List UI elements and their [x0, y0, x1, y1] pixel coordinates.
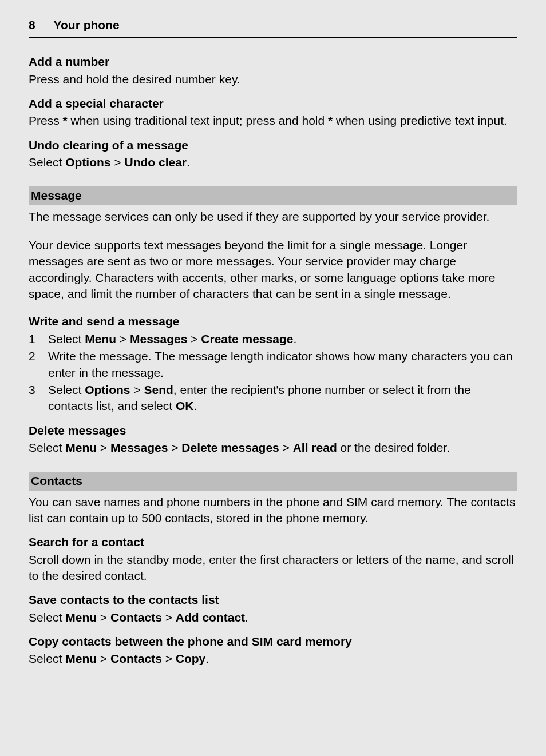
- manual-page: 8 Your phone Add a number Press and hold…: [0, 0, 546, 756]
- text-fragment: Select: [29, 441, 65, 454]
- step-number: 2: [29, 348, 48, 364]
- heading-undo-clear: Undo clearing of a message: [29, 137, 517, 153]
- heading-copy-contacts: Copy contacts between the phone and SIM …: [29, 634, 517, 650]
- menu-send: Send: [144, 383, 173, 396]
- text-search-contact: Scroll down in the standby mode, enter t…: [29, 552, 517, 584]
- section-message: Message: [29, 186, 517, 205]
- page-number: 8: [29, 17, 35, 33]
- text-fragment: .: [205, 652, 209, 665]
- menu-menu: Menu: [65, 611, 97, 624]
- text-message-intro: The message services can only be used if…: [29, 209, 517, 225]
- menu-options: Options: [85, 383, 130, 396]
- list-item: 3 Select Options > Send, enter the recip…: [29, 382, 517, 415]
- separator: >: [187, 332, 201, 345]
- menu-options: Options: [65, 156, 110, 169]
- menu-delete-messages: Delete messages: [181, 441, 279, 454]
- text-undo-clear: Select Options > Undo clear.: [29, 154, 517, 170]
- separator: >: [97, 441, 110, 454]
- list-item: 1 Select Menu > Messages > Create messag…: [29, 331, 517, 347]
- text-fragment: Select: [48, 332, 85, 345]
- text-message-limits: Your device supports text messages beyon…: [29, 237, 517, 302]
- heading-delete-messages: Delete messages: [29, 423, 517, 439]
- text-fragment: .: [245, 611, 248, 624]
- step-text: Select Menu > Messages > Create message.: [48, 331, 517, 347]
- heading-save-contacts: Save contacts to the contacts list: [29, 592, 517, 608]
- header-title: Your phone: [54, 18, 120, 31]
- text-fragment: Select: [48, 383, 85, 396]
- step-text: Write the message. The message length in…: [48, 348, 517, 381]
- menu-undo-clear: Undo clear: [124, 156, 187, 169]
- key-star: *: [63, 114, 68, 127]
- menu-menu: Menu: [85, 332, 116, 345]
- text-add-special: Press * when using traditional text inpu…: [29, 113, 517, 129]
- step-text: Select Options > Send, enter the recipie…: [48, 382, 517, 415]
- text-delete-messages: Select Menu > Messages > Delete messages…: [29, 440, 517, 456]
- separator: >: [162, 611, 176, 624]
- menu-messages: Messages: [130, 332, 187, 345]
- heading-search-contact: Search for a contact: [29, 534, 517, 550]
- text-fragment: .: [193, 399, 197, 412]
- section-contacts: Contacts: [29, 472, 517, 490]
- separator: >: [97, 611, 110, 624]
- separator: >: [162, 652, 176, 665]
- text-save-contacts: Select Menu > Contacts > Add contact.: [29, 610, 517, 626]
- text-fragment: Select: [29, 652, 65, 665]
- separator: >: [279, 441, 293, 454]
- menu-copy: Copy: [176, 652, 206, 665]
- separator: >: [168, 441, 181, 454]
- heading-add-special: Add a special character: [29, 96, 517, 112]
- menu-menu: Menu: [65, 652, 97, 665]
- list-item: 2 Write the message. The message length …: [29, 348, 517, 381]
- separator: >: [111, 156, 125, 169]
- text-fragment: Select: [29, 156, 65, 169]
- text-copy-contacts: Select Menu > Contacts > Copy.: [29, 651, 517, 667]
- steps-write-send: 1 Select Menu > Messages > Create messag…: [29, 331, 517, 415]
- separator: >: [97, 652, 110, 665]
- text-contacts-intro: You can save names and phone numbers in …: [29, 494, 517, 527]
- text-fragment: Select: [29, 611, 65, 624]
- page-header: 8 Your phone: [29, 17, 517, 38]
- key-star: *: [328, 114, 333, 127]
- menu-all-read: All read: [293, 441, 337, 454]
- text-fragment: when using traditional text input; press…: [68, 114, 328, 127]
- menu-add-contact: Add contact: [176, 611, 245, 624]
- text-fragment: .: [187, 156, 190, 169]
- text-fragment: or the desired folder.: [337, 441, 450, 454]
- menu-messages: Messages: [110, 441, 168, 454]
- menu-menu: Menu: [65, 441, 97, 454]
- step-number: 1: [29, 331, 48, 347]
- text-add-number: Press and hold the desired number key.: [29, 71, 517, 87]
- step-number: 3: [29, 382, 48, 398]
- text-fragment: Press: [29, 114, 63, 127]
- text-fragment: when using predictive text input.: [333, 114, 507, 127]
- separator: >: [130, 383, 144, 396]
- menu-contacts: Contacts: [110, 611, 162, 624]
- separator: >: [116, 332, 130, 345]
- text-fragment: .: [293, 332, 296, 345]
- heading-add-number: Add a number: [29, 54, 517, 70]
- heading-write-send: Write and send a message: [29, 313, 517, 329]
- menu-contacts: Contacts: [110, 652, 162, 665]
- menu-create-message: Create message: [201, 332, 293, 345]
- menu-ok: OK: [176, 399, 194, 412]
